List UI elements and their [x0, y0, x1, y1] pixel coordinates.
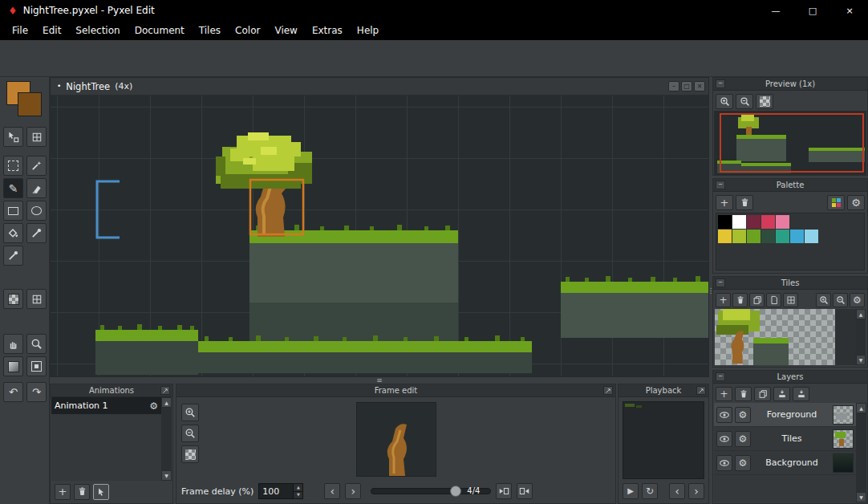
marquee-select-tool[interactable] [3, 156, 23, 176]
dither-tool[interactable] [3, 356, 23, 376]
delete-animation-button[interactable] [74, 484, 90, 500]
palette-swatch[interactable] [805, 230, 818, 243]
palette-swatch[interactable] [718, 215, 732, 229]
palette-swatch[interactable] [747, 230, 761, 243]
palette-mode-button[interactable] [827, 195, 845, 210]
palette-settings-button[interactable]: ⚙ [847, 195, 865, 210]
preview-image[interactable] [714, 111, 866, 175]
scroll-up-icon[interactable]: ▲ [856, 403, 866, 413]
frame-zoom-out-button[interactable] [181, 425, 199, 442]
menu-extras[interactable]: Extras [305, 21, 350, 40]
frame-preview[interactable] [356, 402, 436, 477]
frame-delay-input[interactable] [259, 484, 293, 498]
palette-swatch[interactable] [732, 215, 746, 229]
scroll-up-icon[interactable]: ▲ [856, 309, 866, 319]
rectangle-tool[interactable] [3, 201, 23, 221]
visibility-toggle[interactable] [716, 407, 732, 423]
horizontal-splitter[interactable]: ≡ [50, 377, 709, 384]
duplicate-tile-button[interactable] [749, 293, 765, 307]
palette-swatch[interactable] [761, 230, 775, 243]
animation-list-item[interactable]: Animation 1 ⚙ [51, 397, 161, 414]
preview-zoom-out-button[interactable] [736, 94, 753, 109]
palette-swatch[interactable] [776, 215, 789, 229]
visibility-toggle[interactable] [716, 431, 732, 447]
zoom-tool[interactable] [26, 334, 47, 354]
menu-tiles[interactable]: Tiles [192, 21, 228, 40]
collapse-icon[interactable]: ─ [716, 372, 725, 381]
preview-bg-toggle-button[interactable] [756, 94, 773, 109]
delete-color-button[interactable] [736, 195, 753, 210]
layer-row-tiles[interactable]: ⚙ Tiles [714, 427, 856, 451]
palette-swatch[interactable] [747, 215, 761, 229]
collapse-icon[interactable]: ─ [716, 278, 725, 287]
color-picker-tool[interactable] [3, 246, 23, 266]
maximize-button[interactable]: □ [794, 0, 831, 21]
add-layer-button[interactable]: + [716, 387, 732, 401]
playback-next-button[interactable]: › [688, 483, 704, 499]
prev-frame-button[interactable]: ‹ [324, 483, 340, 499]
tiles-zoom-in-button[interactable] [816, 293, 831, 307]
tile-select-tool[interactable] [26, 356, 47, 376]
tile-placer-tool[interactable] [3, 127, 23, 147]
tile-grid-button[interactable] [783, 293, 798, 307]
frame-slider[interactable]: 4/4 [371, 485, 491, 498]
layers-scrollbar[interactable]: ▲ ▼ [856, 403, 866, 502]
add-color-button[interactable]: + [716, 195, 733, 210]
gear-icon[interactable]: ⚙ [149, 401, 158, 411]
tile-grid-view[interactable] [715, 309, 835, 365]
magic-wand-tool[interactable] [26, 156, 47, 176]
select-frames-button[interactable] [93, 484, 109, 500]
tile-doc-button[interactable] [766, 293, 781, 307]
frame-zoom-in-button[interactable] [181, 404, 199, 421]
animations-scrollbar[interactable]: ▲ ▼ [161, 397, 172, 481]
color-replace-tool[interactable] [26, 223, 47, 243]
tile-stamp-tool[interactable] [26, 127, 47, 147]
scroll-down-icon[interactable]: ▼ [856, 492, 866, 502]
undo-button[interactable]: ↶ [3, 382, 23, 402]
flatten-button[interactable] [793, 387, 809, 401]
add-tile-button[interactable]: + [716, 293, 731, 307]
palette-swatch[interactable] [776, 230, 789, 243]
eraser-tool[interactable] [26, 178, 47, 198]
secondary-color-swatch[interactable] [18, 92, 42, 116]
spin-down-icon[interactable]: ▼ [294, 491, 302, 499]
menu-selection[interactable]: Selection [68, 21, 127, 40]
fill-bucket-tool[interactable] [3, 223, 23, 243]
scroll-up-icon[interactable]: ▲ [161, 397, 172, 408]
popout-icon[interactable] [696, 386, 706, 395]
pattern-brush-tool[interactable] [3, 289, 23, 309]
redo-button[interactable]: ↷ [26, 382, 47, 402]
close-button[interactable]: × [831, 0, 868, 21]
menu-color[interactable]: Color [228, 21, 267, 40]
tiles-scrollbar[interactable]: ▲ ▼ [856, 309, 866, 365]
doc-minimize-button[interactable]: – [668, 81, 679, 91]
doc-close-button[interactable]: × [694, 81, 705, 91]
palette-swatch[interactable] [790, 230, 804, 243]
canvas[interactable] [51, 96, 708, 376]
collapse-icon[interactable]: ─ [716, 181, 725, 189]
palette-swatch[interactable] [718, 230, 732, 243]
preview-zoom-in-button[interactable] [716, 94, 733, 109]
popout-icon[interactable] [160, 386, 170, 395]
pan-tool[interactable] [3, 334, 23, 354]
frame-bg-toggle-button[interactable] [181, 445, 199, 463]
ellipse-tool[interactable] [26, 201, 47, 221]
next-frame-button[interactable]: › [345, 483, 361, 499]
document-tab-name[interactable]: NightTree [66, 81, 110, 92]
palette-swatch[interactable] [761, 215, 775, 229]
tiles-settings-button[interactable]: ⚙ [850, 293, 865, 307]
delete-layer-button[interactable] [735, 387, 752, 401]
menu-edit[interactable]: Edit [35, 21, 68, 40]
minimize-button[interactable]: — [757, 0, 794, 21]
menu-view[interactable]: View [267, 21, 304, 40]
layer-row-background[interactable]: ⚙ Background [714, 451, 856, 475]
palette-swatch[interactable] [732, 230, 746, 243]
menu-help[interactable]: Help [350, 21, 386, 40]
scroll-down-icon[interactable]: ▼ [161, 470, 172, 481]
playback-prev-button[interactable]: ‹ [669, 483, 685, 499]
popout-icon[interactable] [603, 386, 613, 395]
visibility-toggle[interactable] [716, 455, 732, 471]
loop-button[interactable]: ↻ [642, 483, 658, 499]
merge-down-button[interactable] [773, 387, 790, 401]
layer-row-foreground[interactable]: ⚙ Foreground [714, 403, 856, 427]
